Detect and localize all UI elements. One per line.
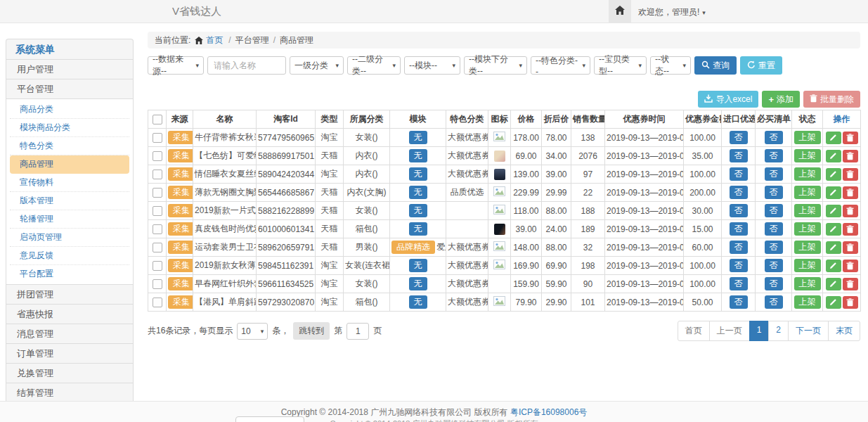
sidebar-item-平台管理[interactable]: 平台管理 xyxy=(6,79,133,98)
page-button-下一页[interactable]: 下一页 xyxy=(788,321,829,341)
module-none-badge[interactable]: 无 xyxy=(409,222,427,236)
module-none-badge[interactable]: 无 xyxy=(409,204,427,217)
row-checkbox[interactable] xyxy=(153,170,162,179)
user-menu[interactable]: 欢迎您，管理员!▾ xyxy=(638,6,706,18)
must-buy-badge[interactable]: 否 xyxy=(765,259,783,272)
edit-button[interactable] xyxy=(826,132,841,144)
delete-button[interactable] xyxy=(843,132,858,144)
sidebar-item-拼团管理[interactable]: 拼团管理 xyxy=(6,284,133,304)
module-badge[interactable]: 品牌精选 xyxy=(391,241,435,254)
module-none-badge[interactable]: 无 xyxy=(409,186,427,199)
重置-button[interactable]: 重置 xyxy=(740,56,782,75)
must-buy-badge[interactable]: 否 xyxy=(765,167,783,181)
module-none-badge[interactable]: 无 xyxy=(409,131,427,144)
filter-select-数据来源[interactable]: --数据来源--▾ xyxy=(148,56,204,75)
page-button-上一页[interactable]: 上一页 xyxy=(709,321,750,341)
sidebar-subitem-意见反馈[interactable]: 意见反馈 xyxy=(10,247,129,265)
row-checkbox[interactable] xyxy=(153,151,162,161)
import-select-badge[interactable]: 否 xyxy=(730,241,748,254)
sidebar-subitem-版本管理[interactable]: 版本管理 xyxy=(10,192,129,210)
import-select-badge[interactable]: 否 xyxy=(730,295,748,309)
delete-button[interactable] xyxy=(843,260,858,272)
status-badge[interactable]: 上架 xyxy=(794,222,821,236)
breadcrumb-home-link[interactable]: 首页 xyxy=(206,34,223,46)
filter-select-特色分类[interactable]: --特色分类--▾ xyxy=(531,56,590,75)
status-badge[interactable]: 上架 xyxy=(794,277,821,290)
must-buy-badge[interactable]: 否 xyxy=(765,241,783,254)
import-select-badge[interactable]: 否 xyxy=(730,259,748,272)
must-buy-badge[interactable]: 否 xyxy=(765,186,783,199)
row-checkbox[interactable] xyxy=(153,206,162,216)
status-badge[interactable]: 上架 xyxy=(794,241,821,254)
jump-button[interactable]: 跳转到 xyxy=(293,322,330,340)
edit-button[interactable] xyxy=(826,186,841,199)
sidebar-subitem-轮播管理[interactable]: 轮播管理 xyxy=(10,210,129,229)
filter-select-模块[interactable]: --模块--▾ xyxy=(404,56,460,75)
status-badge[interactable]: 上架 xyxy=(794,167,821,181)
action-导入excel-button[interactable]: 导入excel xyxy=(698,91,758,108)
delete-button[interactable] xyxy=(843,186,858,199)
查询-button[interactable]: 查询 xyxy=(694,56,737,75)
sidebar-item-兑换管理[interactable]: 兑换管理 xyxy=(6,363,133,383)
delete-button[interactable] xyxy=(843,241,858,254)
status-badge[interactable]: 上架 xyxy=(794,186,821,199)
filter-select-模块下分类[interactable]: --模块下分类--▾ xyxy=(464,56,527,75)
row-checkbox[interactable] xyxy=(153,261,162,271)
page-button-末页[interactable]: 末页 xyxy=(828,321,860,341)
row-checkbox[interactable] xyxy=(153,133,162,143)
sidebar-subitem-启动页管理[interactable]: 启动页管理 xyxy=(10,229,129,247)
delete-button[interactable] xyxy=(843,296,858,309)
delete-button[interactable] xyxy=(843,223,858,236)
import-select-badge[interactable]: 否 xyxy=(730,186,748,199)
edit-button[interactable] xyxy=(826,296,841,309)
module-none-badge[interactable]: 无 xyxy=(409,167,427,181)
filter-select-二级分类[interactable]: --二级分类--▾ xyxy=(347,56,401,75)
sidebar-item-用户管理[interactable]: 用户管理 xyxy=(6,59,133,79)
must-buy-badge[interactable]: 否 xyxy=(765,295,783,309)
status-badge[interactable]: 上架 xyxy=(794,149,821,162)
row-checkbox[interactable] xyxy=(153,279,162,289)
delete-button[interactable] xyxy=(843,205,858,217)
sidebar-subitem-宣传物料[interactable]: 宣传物料 xyxy=(10,174,129,192)
home-button[interactable] xyxy=(609,0,631,23)
status-badge[interactable]: 上架 xyxy=(794,204,821,217)
sidebar-subitem-模块商品分类[interactable]: 模块商品分类 xyxy=(10,119,129,137)
sidebar-subitem-商品分类[interactable]: 商品分类 xyxy=(10,101,129,119)
delete-button[interactable] xyxy=(843,150,858,162)
sidebar-subitem-商品管理[interactable]: 商品管理 xyxy=(10,155,129,174)
sidebar-item-省惠快报[interactable]: 省惠快报 xyxy=(6,304,133,324)
edit-button[interactable] xyxy=(826,223,841,236)
must-buy-badge[interactable]: 否 xyxy=(765,277,783,290)
import-select-badge[interactable]: 否 xyxy=(730,149,748,162)
page-number-input[interactable] xyxy=(346,323,369,340)
module-none-badge[interactable]: 无 xyxy=(409,277,427,290)
delete-button[interactable] xyxy=(843,278,858,290)
icp-link[interactable]: 粤ICP备16098006号 xyxy=(510,407,587,417)
edit-button[interactable] xyxy=(826,278,841,290)
delete-button[interactable] xyxy=(843,168,858,181)
must-buy-badge[interactable]: 否 xyxy=(765,131,783,144)
page-button-首页[interactable]: 首页 xyxy=(678,321,710,341)
module-none-badge[interactable]: 无 xyxy=(409,259,427,272)
page-button-2[interactable]: 2 xyxy=(768,321,789,341)
import-select-badge[interactable]: 否 xyxy=(730,131,748,144)
name-search-input[interactable] xyxy=(207,56,286,75)
sidebar-subitem-特色分类[interactable]: 特色分类 xyxy=(10,137,129,155)
row-checkbox[interactable] xyxy=(153,188,162,198)
module-none-badge[interactable]: 无 xyxy=(409,149,427,162)
module-none-badge[interactable]: 无 xyxy=(409,295,427,309)
sidebar-item-结算管理[interactable]: 结算管理 xyxy=(6,383,133,402)
sidebar-item-消息管理[interactable]: 消息管理 xyxy=(6,324,133,343)
status-badge[interactable]: 上架 xyxy=(794,259,821,272)
status-badge[interactable]: 上架 xyxy=(794,131,821,144)
per-page-select[interactable]: 10 ▾ xyxy=(237,323,268,340)
edit-button[interactable] xyxy=(826,260,841,272)
filter-select-一级分类[interactable]: 一级分类▾ xyxy=(290,56,344,75)
status-badge[interactable]: 上架 xyxy=(794,295,821,309)
import-select-badge[interactable]: 否 xyxy=(730,277,748,290)
import-select-badge[interactable]: 否 xyxy=(730,222,748,236)
edit-button[interactable] xyxy=(826,168,841,181)
row-checkbox[interactable] xyxy=(153,224,162,234)
action-批量删除-button[interactable]: 批量删除 xyxy=(803,91,860,108)
edit-button[interactable] xyxy=(826,241,841,254)
